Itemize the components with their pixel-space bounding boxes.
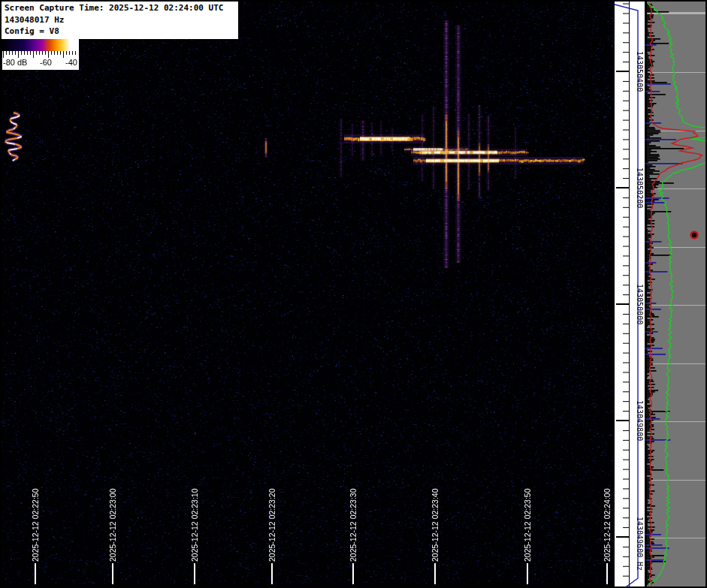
live-spectrum-panel-canvas <box>645 2 705 586</box>
time-axis-label: 2025-12-12 02:22:50 <box>31 489 40 562</box>
time-axis-label: 2025-12-12 02:24:00 <box>603 489 612 562</box>
colorbar-label-mid: -60 <box>40 58 52 67</box>
center-frequency-text: 143048017 Hz <box>5 14 238 26</box>
colorbar: -80 dB -60 -40 <box>2 39 79 70</box>
time-axis-label: 2025-12-12 02:23:20 <box>267 489 276 562</box>
time-axis-label: 2025-12-12 02:23:00 <box>108 489 117 562</box>
frequency-unit-label: Hz <box>636 562 644 571</box>
spectrogram-app: Screen Capture Time: 2025-12-12 02:24:00… <box>0 0 707 588</box>
frequency-axis-label: 143049600 <box>636 517 644 557</box>
time-axis-label: 2025-12-12 02:23:30 <box>349 489 358 562</box>
time-axis-label: 2025-12-12 02:23:40 <box>431 489 440 562</box>
time-axis-label: 2025-12-12 02:23:50 <box>523 489 532 562</box>
colorbar-label-min: -80 dB <box>3 58 27 67</box>
frequency-axis-label: 143050000 <box>636 284 644 324</box>
config-text: Config = V8 <box>5 26 238 38</box>
info-box: Screen Capture Time: 2025-12-12 02:24:00… <box>2 2 238 39</box>
frequency-axis-label: 143050400 <box>636 51 644 92</box>
time-axis-label: 2025-12-12 02:23:10 <box>190 489 199 562</box>
frequency-axis-label: 143049800 <box>636 400 644 441</box>
frequency-axis-label: 143050200 <box>636 167 644 208</box>
capture-time-text: Screen Capture Time: 2025-12-12 02:24:00… <box>5 2 238 14</box>
colorbar-labels: -80 dB -60 -40 <box>2 58 79 69</box>
colorbar-gradient <box>2 39 79 51</box>
colorbar-label-max: -40 <box>65 58 77 67</box>
